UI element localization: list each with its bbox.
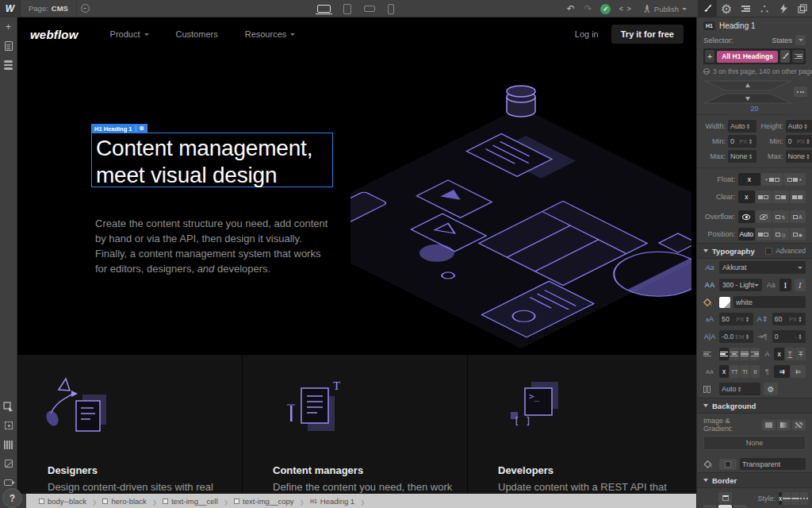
spacing-widget[interactable]: 20 xyxy=(697,79,812,115)
background-section-header[interactable]: Background xyxy=(697,398,812,414)
style-italic-button[interactable]: I xyxy=(795,279,806,291)
stepper-icon[interactable]: ▲▼ xyxy=(745,333,751,341)
columns-input[interactable]: Auto▲▼ xyxy=(719,383,760,395)
align-justify-button[interactable] xyxy=(740,348,749,360)
assets-tab[interactable] xyxy=(793,0,812,17)
margin-bottom-value[interactable]: 20 xyxy=(697,105,812,113)
try-free-button[interactable]: Try it for free xyxy=(611,25,684,44)
align-center-button[interactable] xyxy=(730,348,739,360)
stepper-icon[interactable]: ▲▼ xyxy=(805,153,811,160)
page-indicator[interactable]: Page: CMS xyxy=(21,0,76,17)
overflow-auto-button[interactable]: A xyxy=(790,210,806,223)
overflow-scroll-button[interactable]: ⇅ xyxy=(772,210,789,223)
add-elements-button[interactable]: + xyxy=(0,17,17,37)
stepper-icon[interactable]: ▲▼ xyxy=(748,153,754,160)
xray-mode-button[interactable] xyxy=(0,416,17,435)
selected-element-badge[interactable]: H1 Heading 1 ⚙ xyxy=(91,124,147,133)
select-mode-button[interactable] xyxy=(0,397,17,416)
style-brush-button[interactable] xyxy=(780,50,790,63)
breadcrumb-item-hero[interactable]: hero-black xyxy=(98,497,151,506)
width-input[interactable]: Auto▲▼ xyxy=(728,120,756,133)
selected-heading-element[interactable]: H1 Heading 1 ⚙ Content management, meet … xyxy=(91,133,333,187)
float-left-button[interactable]: + xyxy=(761,173,783,186)
caps-lowercase-button[interactable]: tt xyxy=(750,365,760,378)
caps-none-button[interactable]: x xyxy=(719,365,729,378)
border-style-dashed-button[interactable] xyxy=(791,492,799,505)
settings-tab[interactable]: ⚙ xyxy=(717,0,736,17)
stepper-icon[interactable]: ▲▼ xyxy=(745,316,751,323)
decoration-underline-button[interactable]: T xyxy=(785,348,795,360)
login-link[interactable]: Log in xyxy=(575,29,599,39)
min-height-input[interactable]: 0PX▲▼ xyxy=(786,135,812,148)
border-top-button[interactable] xyxy=(718,492,732,503)
letter-spacing-input[interactable]: -0.01EM▲▼ xyxy=(719,330,753,343)
preview-toggle-button[interactable] xyxy=(76,0,94,17)
style-manager-tab[interactable] xyxy=(736,0,755,17)
max-height-input[interactable]: None▲▼ xyxy=(786,150,812,163)
selector-class-chip[interactable]: All H1 Headings xyxy=(717,51,778,63)
margin-padding-diagram[interactable] xyxy=(702,80,794,104)
border-right-button[interactable] xyxy=(733,505,747,508)
border-style-solid-button[interactable] xyxy=(783,492,791,505)
guides-button[interactable] xyxy=(0,435,17,454)
stepper-icon[interactable]: ▲▼ xyxy=(745,123,752,130)
bg-color-swatch[interactable] xyxy=(719,459,737,470)
inheritance-menu-button[interactable] xyxy=(792,50,804,63)
card-content-managers[interactable]: T Content managers Define the content yo… xyxy=(243,355,468,494)
style-tab[interactable] xyxy=(698,0,717,17)
font-weight-select[interactable]: 300 - Light xyxy=(719,279,762,291)
stepper-icon[interactable]: ▲▼ xyxy=(797,316,803,323)
decoration-none-button[interactable]: x xyxy=(774,348,784,360)
overflow-hidden-button[interactable] xyxy=(756,210,772,223)
desktop-device-icon[interactable] xyxy=(317,5,331,13)
phone-portrait-device-icon[interactable] xyxy=(388,4,394,14)
stepper-icon[interactable]: ▲▼ xyxy=(802,123,809,130)
nav-link-customers[interactable]: Customers xyxy=(176,29,218,39)
undo-button[interactable]: ↶ xyxy=(562,0,580,17)
border-style-none-button[interactable]: x xyxy=(779,492,782,505)
font-size-input[interactable]: 50PX▲▼ xyxy=(719,313,753,325)
align-right-button[interactable] xyxy=(750,348,760,360)
card-designers[interactable]: Designers Design content-driven sites wi… xyxy=(17,355,243,494)
bg-color-input[interactable]: Transparent xyxy=(740,458,806,470)
decoration-strikethrough-button[interactable]: T xyxy=(795,348,806,360)
add-class-button[interactable]: + xyxy=(705,50,714,63)
text-indent-input[interactable]: 0-▲▼ xyxy=(772,330,806,343)
breadcrumb-item-body[interactable]: body--black xyxy=(34,497,91,506)
phone-landscape-device-icon[interactable] xyxy=(364,6,375,12)
bg-gradient-button[interactable] xyxy=(777,420,791,430)
position-fixed-button[interactable]: ◉ xyxy=(790,228,806,241)
direction-rtl-button[interactable]: ⇇ xyxy=(791,365,806,378)
clear-both-button[interactable] xyxy=(790,190,806,203)
font-color-swatch[interactable] xyxy=(719,297,730,308)
help-button[interactable]: ? xyxy=(2,488,22,508)
overflow-visible-button[interactable] xyxy=(738,210,755,223)
font-family-select[interactable]: Akkurat xyxy=(719,261,806,274)
advanced-toggle[interactable]: Advanced xyxy=(765,247,806,255)
stepper-icon[interactable]: ▲▼ xyxy=(748,138,754,145)
pages-button[interactable] xyxy=(0,37,17,56)
breadcrumb-item-copy[interactable]: text-img__copy xyxy=(229,497,298,506)
clear-right-button[interactable] xyxy=(772,190,789,203)
height-input[interactable]: Auto▲▼ xyxy=(786,120,812,133)
hero-isometric-illustration[interactable] xyxy=(350,73,691,355)
float-none-button[interactable]: x xyxy=(738,173,760,186)
interactions-tab[interactable] xyxy=(774,0,793,17)
selector-field[interactable]: + All H1 Headings xyxy=(703,48,806,64)
designer-canvas[interactable]: webflow Product Customers Resources Log … xyxy=(17,17,696,494)
stepper-icon[interactable]: ▲▼ xyxy=(797,333,803,341)
bg-overlay-button[interactable] xyxy=(792,420,806,430)
hero-paragraph[interactable]: Create the content structure you need, a… xyxy=(95,216,335,276)
redo-button[interactable]: ↷ xyxy=(580,0,597,17)
hero-heading[interactable]: Content management, meet visual design xyxy=(96,135,312,189)
caps-uppercase-button[interactable]: TT xyxy=(730,365,739,378)
clear-left-button[interactable] xyxy=(756,190,772,203)
border-style-dotted-button[interactable] xyxy=(800,492,808,505)
card-developers[interactable]: >_ [ ] Developers Update content with a … xyxy=(468,355,696,494)
border-section-header[interactable]: Border xyxy=(697,472,812,488)
direction-ltr-button[interactable]: ⇉ xyxy=(774,365,789,378)
font-color-input[interactable]: white xyxy=(733,296,806,308)
align-left-button[interactable] xyxy=(719,348,729,360)
columns-settings-button[interactable]: ⚙ xyxy=(764,383,778,395)
caps-capitalize-button[interactable]: Tt xyxy=(740,365,749,378)
